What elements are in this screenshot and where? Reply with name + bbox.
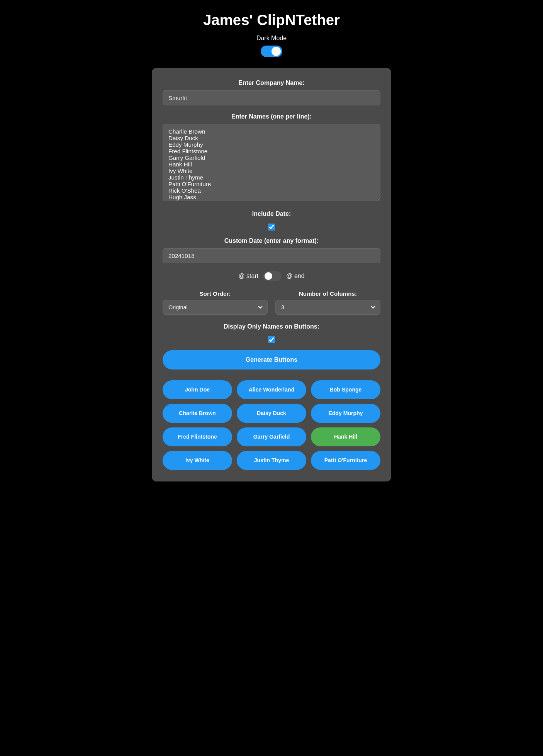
- names-label: Enter Names (one per line):: [163, 113, 380, 120]
- name-button[interactable]: Alice Wonderland: [237, 380, 306, 399]
- sort-order-select[interactable]: Original Ascending Descending: [163, 300, 268, 315]
- display-names-only-label: Display Only Names on Buttons:: [224, 323, 319, 330]
- include-date-checkbox[interactable]: [268, 224, 275, 231]
- at-start-label: @ start: [238, 273, 258, 280]
- names-textarea[interactable]: Charlie Brown Daisy Duck Eddy Murphy Fre…: [163, 124, 380, 201]
- buttons-grid: John DoeAlice WonderlandBob SpongeCharli…: [163, 380, 380, 470]
- sort-order-label: Sort Order:: [199, 290, 231, 297]
- dark-mode-toggle[interactable]: [261, 46, 282, 57]
- name-button[interactable]: Garry Garfield: [237, 427, 306, 446]
- include-date-row: Include Date:: [163, 210, 380, 231]
- name-button[interactable]: Patti O'Furniture: [311, 451, 380, 470]
- name-button[interactable]: Charlie Brown: [163, 404, 232, 423]
- position-toggle-row: @ start @ end: [163, 271, 380, 281]
- name-button[interactable]: Eddy Murphy: [311, 404, 380, 423]
- company-name-label: Enter Company Name:: [163, 80, 380, 86]
- include-date-label: Include Date:: [252, 210, 291, 217]
- position-toggle[interactable]: [263, 271, 282, 281]
- company-name-input[interactable]: [163, 90, 380, 105]
- sort-order-group: Sort Order: Original Ascending Descendin…: [163, 290, 268, 315]
- name-button[interactable]: Fred Flintstone: [163, 427, 232, 446]
- dark-mode-label: Dark Mode: [256, 35, 287, 42]
- num-columns-label: Number of Columns:: [299, 290, 357, 297]
- options-row: Sort Order: Original Ascending Descendin…: [163, 290, 380, 315]
- name-button[interactable]: John Doe: [163, 380, 232, 399]
- name-button[interactable]: Ivy White: [163, 451, 232, 470]
- num-columns-group: Number of Columns: 1 2 3 4 5 6: [275, 290, 380, 315]
- name-button[interactable]: Hank Hill: [311, 427, 380, 446]
- name-button[interactable]: Justin Thyme: [237, 451, 306, 470]
- app-title: James' ClipNTether: [203, 12, 340, 29]
- display-names-only-row: Display Only Names on Buttons:: [163, 323, 380, 343]
- display-names-only-checkbox[interactable]: [268, 336, 275, 343]
- name-button[interactable]: Bob Sponge: [311, 380, 380, 399]
- num-columns-select[interactable]: 1 2 3 4 5 6: [275, 300, 380, 315]
- name-button[interactable]: Daisy Duck: [237, 404, 306, 423]
- custom-date-label: Custom Date (enter any format):: [163, 237, 380, 244]
- generate-button[interactable]: Generate Buttons: [163, 350, 380, 370]
- main-card: Enter Company Name: Enter Names (one per…: [152, 68, 391, 481]
- at-end-label: @ end: [286, 273, 304, 280]
- custom-date-input[interactable]: [163, 248, 380, 263]
